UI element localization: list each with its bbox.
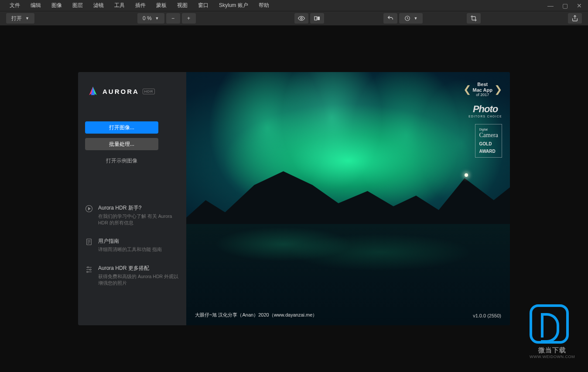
welcome-left-panel: AURORA HDR 打开图像... 批量处理... 打开示例图像 Aurora… [78, 72, 186, 325]
undo-button[interactable] [383, 13, 397, 24]
help-more[interactable]: Aurora HDR 更多搭配 获得免费和高级的 Aurora HDR 外观以增… [85, 265, 179, 286]
watermark-text: 微当下载 [530, 346, 575, 355]
svg-point-14 [87, 271, 88, 272]
menu-view[interactable]: 视图 [172, 0, 193, 11]
close-button[interactable]: ✕ [575, 1, 584, 10]
app-logo: AURORA HDR [87, 85, 179, 97]
menu-help[interactable]: 帮助 [253, 0, 274, 11]
menu-layer[interactable]: 图层 [67, 0, 88, 11]
play-icon [85, 205, 93, 213]
menu-tools[interactable]: 工具 [109, 0, 130, 11]
menu-image[interactable]: 图像 [46, 0, 67, 11]
svg-rect-2 [317, 17, 319, 20]
help-section: Aurora HDR 新手? 在我们的学习中心了解 有关 Aurora HDR … [85, 204, 179, 298]
toolbar: 打开 ▼ 0 % ▼ − + ▼ [0, 11, 588, 25]
crop-icon [470, 15, 477, 22]
eye-icon [298, 15, 305, 22]
help-newbie[interactable]: Aurora HDR 新手? 在我们的学习中心了解 有关 Aurora HDR … [85, 204, 179, 226]
menubar: 文件 编辑 图像 图层 滤镜 工具 插件 蒙板 视图 窗口 Skylum 账户 … [0, 0, 588, 11]
award-photo-editors: Photo EDITORS CHOICE [468, 103, 502, 118]
help-title: 用户指南 [98, 238, 162, 245]
document-icon [85, 238, 93, 246]
version-text: v1.0.0 (2550) [473, 313, 501, 318]
open-example-link[interactable]: 打开示例图像 [85, 155, 158, 167]
watermark: 微当下载 WWW.WEIDOWN.COM [530, 304, 575, 359]
laurel-right-icon: ❯ [494, 84, 502, 95]
chevron-down-icon: ▼ [25, 16, 29, 21]
chevron-down-icon: ▼ [414, 16, 418, 21]
export-button[interactable] [568, 13, 582, 24]
zoom-out-button[interactable]: − [166, 13, 180, 24]
welcome-panel: AURORA HDR 打开图像... 批量处理... 打开示例图像 Aurora… [78, 72, 510, 325]
help-guide[interactable]: 用户指南 详细而清晰的工具和功能 指南 [85, 238, 179, 253]
maximize-button[interactable]: ▢ [561, 1, 570, 10]
preview-button[interactable] [294, 13, 308, 24]
award-camera-gold: Digital Camera GOLD AWARD [475, 124, 502, 158]
batch-button[interactable]: 批量处理... [85, 138, 158, 150]
menu-skylum[interactable]: Skylum 账户 [214, 0, 253, 11]
plus-icon: + [187, 15, 190, 21]
watermark-url: WWW.WEIDOWN.COM [530, 355, 575, 359]
help-desc: 获得免费和高级的 Aurora HDR 外观以增强您的照片 [98, 273, 179, 286]
history-dropdown[interactable]: ▼ [399, 13, 423, 24]
undo-icon [387, 15, 394, 22]
svg-rect-1 [315, 17, 317, 20]
award-best-mac-app: ❮ Best Mac App of 2017 ❯ [463, 82, 502, 97]
help-desc: 在我们的学习中心了解 有关 Aurora HDR 的所有信息 [98, 213, 179, 226]
zoom-dropdown[interactable]: 0 % ▼ [137, 13, 164, 24]
open-dropdown[interactable]: 打开 ▼ [6, 13, 34, 24]
menu-plugins[interactable]: 插件 [130, 0, 151, 11]
help-desc: 详细而清晰的工具和功能 指南 [98, 246, 162, 253]
compare-icon [314, 15, 321, 22]
zoom-label: 0 % [143, 15, 152, 21]
canvas-area: AURORA HDR 打开图像... 批量处理... 打开示例图像 Aurora… [0, 26, 588, 372]
menu-edit[interactable]: 编辑 [25, 0, 46, 11]
credit-text: 大眼仔~旭 汉化分享（Anan）2020（www.dayanzai.me） [195, 312, 317, 318]
menu-window[interactable]: 窗口 [193, 0, 214, 11]
clock-icon [404, 15, 410, 21]
window-controls: — ▢ ✕ [546, 1, 584, 10]
svg-point-12 [90, 269, 91, 270]
open-label: 打开 [11, 15, 22, 22]
app-badge: HDR [143, 89, 155, 94]
laurel-left-icon: ❮ [463, 84, 471, 95]
crop-button[interactable] [467, 13, 481, 24]
welcome-hero: ❮ Best Mac App of 2017 ❯ Photo EDITORS C… [186, 72, 510, 325]
menu-file[interactable]: 文件 [4, 0, 25, 11]
watermark-logo-icon [530, 304, 569, 344]
open-image-button[interactable]: 打开图像... [85, 121, 158, 134]
share-icon [571, 15, 578, 22]
zoom-in-button[interactable]: + [182, 13, 196, 24]
compare-button[interactable] [310, 13, 324, 24]
sliders-icon [85, 265, 93, 273]
menu-mask[interactable]: 蒙板 [151, 0, 172, 11]
logo-mark-icon [87, 85, 99, 97]
app-name: AURORA [103, 88, 139, 95]
help-title: Aurora HDR 新手? [98, 204, 179, 212]
hero-image [186, 72, 510, 325]
minus-icon: − [171, 15, 174, 21]
help-title: Aurora HDR 更多搭配 [98, 265, 179, 272]
svg-point-10 [87, 266, 89, 268]
minimize-button[interactable]: — [546, 1, 555, 10]
awards: ❮ Best Mac App of 2017 ❯ Photo EDITORS C… [463, 82, 502, 158]
svg-point-0 [301, 17, 302, 19]
menu-filter[interactable]: 滤镜 [88, 0, 109, 11]
chevron-down-icon: ▼ [155, 16, 159, 21]
